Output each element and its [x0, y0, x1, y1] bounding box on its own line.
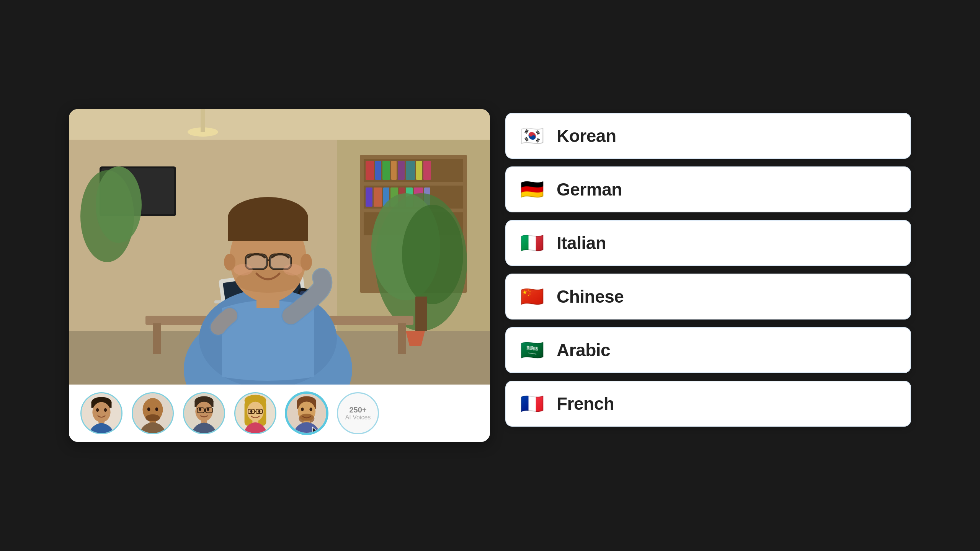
svg-rect-48	[228, 218, 308, 241]
svg-rect-12	[391, 161, 397, 180]
svg-point-92	[258, 410, 261, 413]
svg-point-64	[96, 408, 99, 412]
avatar-1[interactable]	[80, 392, 122, 434]
svg-rect-34	[201, 109, 205, 132]
language-card-korean[interactable]: 🇰🇷Korean	[505, 113, 911, 159]
svg-rect-30	[415, 297, 427, 331]
language-panel: 🇰🇷Korean🇩🇪German🇮🇹Italian🇨🇳Chinese🇸🇦Arab…	[505, 109, 911, 427]
flag-italian: 🇮🇹	[518, 229, 546, 257]
svg-rect-17	[366, 187, 372, 207]
flag-arabic: 🇸🇦	[518, 336, 546, 364]
language-name-italian: Italian	[557, 233, 606, 253]
svg-point-63	[92, 402, 110, 422]
language-card-italian[interactable]: 🇮🇹Italian	[505, 220, 911, 266]
svg-point-57	[234, 264, 253, 276]
ai-voices-number: 250+	[349, 406, 366, 414]
ai-voices-label: AI Voices	[345, 414, 371, 421]
svg-point-65	[104, 408, 107, 412]
svg-point-99	[301, 408, 304, 411]
svg-point-91	[250, 410, 253, 413]
svg-point-70	[145, 414, 160, 422]
language-name-arabic: Arabic	[557, 340, 610, 360]
svg-point-32	[96, 166, 142, 243]
svg-point-72	[155, 408, 158, 411]
language-name-chinese: Chinese	[557, 286, 624, 307]
svg-point-55	[301, 254, 312, 271]
language-card-chinese[interactable]: 🇨🇳Chinese	[505, 274, 911, 320]
language-name-german: German	[557, 179, 622, 200]
svg-rect-10	[375, 161, 381, 180]
avatar-5[interactable]	[286, 392, 328, 434]
svg-rect-1	[69, 109, 490, 140]
svg-rect-15	[416, 161, 422, 180]
svg-rect-36	[153, 323, 161, 354]
main-container: 250+ AI Voices 🇰🇷Korean🇩🇪German🇮🇹Italian…	[69, 109, 911, 442]
flag-korean: 🇰🇷	[518, 122, 546, 150]
svg-point-100	[309, 408, 312, 411]
svg-rect-13	[398, 161, 405, 180]
video-panel: 250+ AI Voices	[69, 109, 490, 442]
avatar-3[interactable]	[183, 392, 225, 434]
flag-german: 🇩🇪	[518, 176, 546, 203]
language-card-french[interactable]: 🇫🇷French	[505, 381, 911, 427]
svg-point-29	[402, 205, 463, 304]
flag-chinese: 🇨🇳	[518, 283, 546, 310]
video-frame	[69, 109, 490, 385]
svg-point-58	[283, 264, 302, 276]
ai-voices-count[interactable]: 250+ AI Voices	[337, 392, 379, 434]
svg-rect-16	[423, 161, 431, 180]
svg-rect-18	[374, 187, 382, 207]
svg-rect-37	[398, 323, 406, 354]
language-card-german[interactable]: 🇩🇪German	[505, 166, 911, 212]
svg-rect-11	[382, 161, 390, 180]
svg-point-71	[147, 408, 150, 411]
svg-rect-9	[366, 161, 374, 180]
svg-rect-14	[406, 161, 415, 180]
language-card-arabic[interactable]: 🇸🇦Arabic	[505, 327, 911, 373]
language-name-french: French	[557, 393, 614, 414]
avatar-2[interactable]	[132, 392, 174, 434]
cursor-icon	[310, 426, 322, 434]
avatars-row: 250+ AI Voices	[69, 385, 490, 442]
svg-point-54	[224, 254, 235, 271]
flag-french: 🇫🇷	[518, 390, 546, 417]
avatar-4[interactable]	[234, 392, 276, 434]
language-name-korean: Korean	[557, 126, 616, 146]
